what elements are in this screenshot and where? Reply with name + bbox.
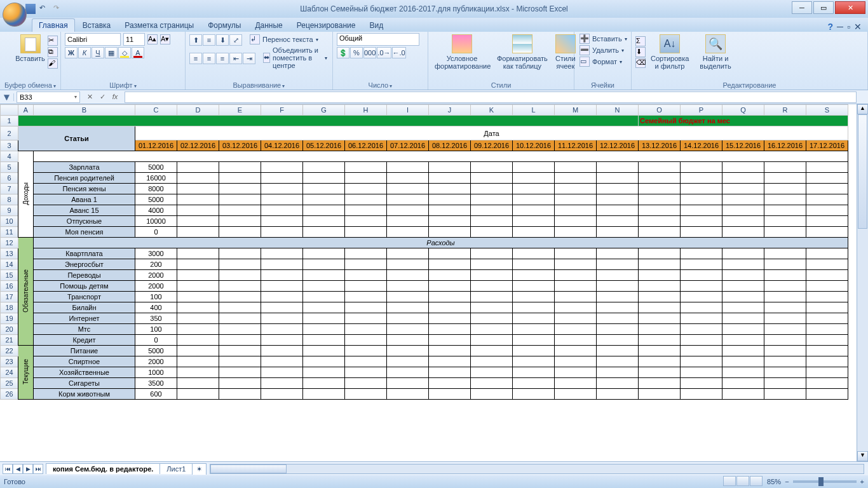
align-middle-icon[interactable]: ≡ <box>203 34 215 46</box>
orientation-icon[interactable]: ⤢ <box>229 34 242 46</box>
row-26[interactable]: 26Корм животным600 <box>1 389 848 400</box>
row-9[interactable]: 9Аванс 154000 <box>1 205 848 216</box>
col-header[interactable]: J <box>429 105 471 116</box>
row-22[interactable]: 22ТекущиеПитание5000 <box>1 346 848 356</box>
italic-button[interactable]: К <box>78 47 91 58</box>
font-color-button[interactable]: A <box>132 47 144 58</box>
scroll-thumb[interactable] <box>858 114 867 229</box>
close-button[interactable]: ✕ <box>835 1 865 14</box>
format-cells-button[interactable]: ▭Формат <box>578 56 627 67</box>
merge-center-button[interactable]: ⬌Объединить и поместить в центре <box>262 46 329 70</box>
row-21[interactable]: 21Кредит0 <box>1 335 848 346</box>
hscroll-thumb[interactable] <box>210 464 287 473</box>
wrap-text-button[interactable]: ↲Перенос текста <box>248 34 320 45</box>
number-format-combo[interactable]: Общий <box>337 33 419 46</box>
insert-cells-button[interactable]: ➕Вставить <box>578 33 627 44</box>
row-1[interactable]: 1Семейный бюджет на мес <box>1 116 848 126</box>
col-header[interactable]: Q <box>722 105 764 116</box>
minimize-ribbon-icon[interactable]: ─ <box>837 22 843 32</box>
tab-formulas[interactable]: Формулы <box>201 19 247 32</box>
row-10[interactable]: 10Отпускные10000 <box>1 216 848 227</box>
zoom-level[interactable]: 85% <box>767 478 781 485</box>
name-box[interactable]: B33 <box>17 92 80 103</box>
sheet-tab-2[interactable]: Лист1 <box>159 463 193 474</box>
row-8[interactable]: 8Авана 15000 <box>1 194 848 205</box>
underline-button[interactable]: Ч <box>92 47 104 58</box>
col-header[interactable]: B <box>34 105 135 116</box>
col-header[interactable]: K <box>471 105 513 116</box>
help-icon[interactable]: ? <box>828 22 834 32</box>
expand-namebox-icon[interactable]: ⯆ <box>0 93 14 101</box>
row-5[interactable]: 5Зарплата5000 <box>1 162 848 173</box>
maximize-button[interactable]: ▭ <box>813 1 834 14</box>
align-bottom-icon[interactable]: ⬇ <box>216 34 229 46</box>
page-layout-view-icon[interactable] <box>736 476 749 486</box>
col-header[interactable]: E <box>219 105 261 116</box>
sort-filter-button[interactable]: A↓Сортировка и фильтр <box>648 33 691 71</box>
shrink-font-icon[interactable]: A▾ <box>160 34 170 44</box>
align-top-icon[interactable]: ⬆ <box>189 34 202 46</box>
col-header[interactable]: G <box>303 105 345 116</box>
prev-sheet-icon[interactable]: ◀ <box>13 464 23 474</box>
row-18[interactable]: 18Билайн400 <box>1 302 848 313</box>
next-sheet-icon[interactable]: ▶ <box>23 464 33 474</box>
autosum-icon[interactable]: Σ <box>635 36 646 46</box>
grow-font-icon[interactable]: A▴ <box>147 34 158 44</box>
scroll-up-icon[interactable]: ▲ <box>857 104 868 114</box>
row-7[interactable]: 7Пенсия жены8000 <box>1 184 848 194</box>
cancel-fx-icon[interactable]: ✕ <box>84 93 95 101</box>
delete-cells-button[interactable]: ➖Удалить <box>578 44 627 56</box>
decrease-decimal-icon[interactable]: ←.0 <box>392 47 406 58</box>
format-painter-icon[interactable]: 🖌 <box>48 58 58 69</box>
col-header[interactable]: A <box>18 105 34 116</box>
row-11[interactable]: 11Моя пенсия0 <box>1 227 848 238</box>
zoom-in-icon[interactable]: + <box>860 478 864 485</box>
col-header[interactable]: M <box>555 105 597 116</box>
vertical-scrollbar[interactable]: ▲ ▼ <box>857 104 868 461</box>
indent-inc-icon[interactable]: ⇥ <box>243 53 255 64</box>
zoom-slider[interactable] <box>793 480 857 483</box>
horizontal-scrollbar[interactable] <box>210 464 864 474</box>
redo-icon[interactable]: ↷ <box>53 4 64 14</box>
scroll-down-icon[interactable]: ▼ <box>857 451 868 461</box>
tab-page-layout[interactable]: Разметка страницы <box>118 19 200 32</box>
zoom-out-icon[interactable]: − <box>785 478 789 485</box>
tab-data[interactable]: Данные <box>248 19 288 32</box>
tab-home[interactable]: Главная <box>32 18 75 32</box>
row-4[interactable]: 4Доходы <box>1 151 848 162</box>
tab-insert[interactable]: Вставка <box>76 19 118 32</box>
format-as-table-button[interactable]: Форматировать как таблицу <box>494 33 550 71</box>
align-left-icon[interactable]: ≡ <box>189 53 202 64</box>
row-20[interactable]: 20Мтс100 <box>1 324 848 335</box>
conditional-formatting-button[interactable]: Условное форматирование <box>432 33 492 71</box>
row-13[interactable]: 13Квартплата3000 <box>1 248 848 259</box>
col-header[interactable]: C <box>135 105 177 116</box>
row-6[interactable]: 6Пенсия родителей16000 <box>1 173 848 184</box>
row-23[interactable]: 23Спиртное2000 <box>1 356 848 367</box>
col-header[interactable]: H <box>345 105 387 116</box>
select-all-corner[interactable] <box>1 105 18 116</box>
cut-icon[interactable]: ✂ <box>48 36 58 46</box>
tab-review[interactable]: Рецензирование <box>290 19 362 32</box>
close-workbook-icon[interactable]: ✕ <box>854 22 862 32</box>
row-17[interactable]: 17Транспорт100 <box>1 292 848 302</box>
font-name-combo[interactable] <box>65 33 121 46</box>
align-right-icon[interactable]: ≡ <box>216 53 229 64</box>
row-25[interactable]: 25Сигареты3500 <box>1 378 848 389</box>
font-size-combo[interactable] <box>123 33 145 46</box>
indent-dec-icon[interactable]: ⇤ <box>229 53 242 64</box>
last-sheet-icon[interactable]: ⏭ <box>33 464 43 474</box>
row-12[interactable]: 12ОбязательныеРасходы <box>1 238 848 248</box>
clear-icon[interactable]: ⌫ <box>635 58 646 68</box>
increase-decimal-icon[interactable]: .0→ <box>377 47 391 58</box>
minimize-button[interactable]: ─ <box>792 1 812 14</box>
new-sheet-icon[interactable]: ✶ <box>192 463 207 475</box>
save-icon[interactable] <box>25 4 36 14</box>
col-header[interactable]: R <box>764 105 806 116</box>
row-14[interactable]: 14Энергосбыт200 <box>1 259 848 270</box>
normal-view-icon[interactable] <box>723 476 736 486</box>
fill-color-button[interactable]: ◇ <box>118 47 131 58</box>
col-header[interactable]: F <box>261 105 303 116</box>
col-header[interactable]: D <box>177 105 219 116</box>
office-button[interactable] <box>3 3 27 27</box>
